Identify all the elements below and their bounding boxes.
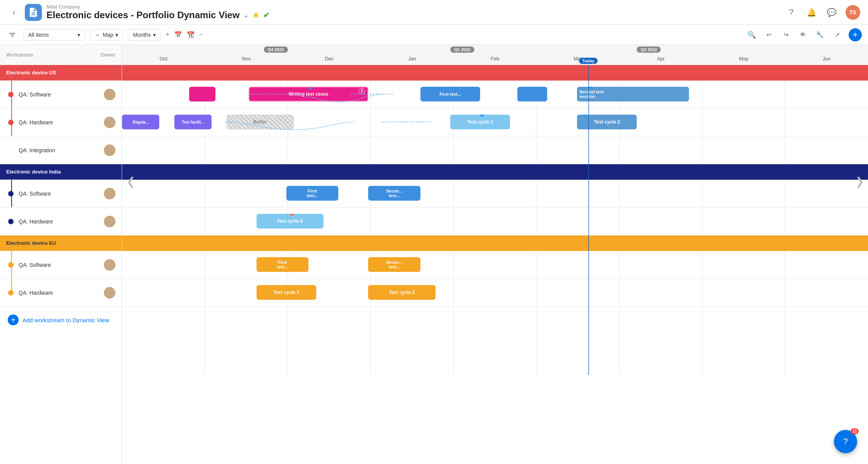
favorite-icon[interactable]: ★ <box>252 10 259 20</box>
status-check-icon: ✔ <box>263 10 270 20</box>
user-avatar[interactable]: TS <box>846 5 860 20</box>
ws-label: QA: Hardware <box>16 290 104 296</box>
task-second-test-session[interactable]: Second test session <box>577 87 689 101</box>
ws-label: QA: Hardware <box>16 218 104 225</box>
quarter-q4-2021: Q4 2021 <box>264 46 288 53</box>
task-bar-pink-oct[interactable] <box>189 87 215 101</box>
connector-svg <box>122 81 868 108</box>
title-dropdown[interactable]: ⌄ <box>243 12 248 19</box>
task-first-test[interactable]: First test... <box>420 87 480 101</box>
ws-us-integration[interactable]: QA: Integration <box>0 136 122 164</box>
help-badge: 12 <box>851 428 859 434</box>
help-icon[interactable]: ? <box>785 6 797 19</box>
gantt-eu-hardware-row: Test cycle 1 Test cycle 2 <box>122 279 868 307</box>
ws-us-software[interactable]: QA: Software <box>0 81 122 108</box>
avatar <box>104 144 115 156</box>
avatar <box>104 89 115 100</box>
avatar <box>104 188 115 199</box>
ws-india-hardware[interactable]: QA: Hardware <box>0 208 122 235</box>
add-date-button[interactable]: + <box>165 31 170 39</box>
avatar <box>104 216 115 227</box>
title-text: Electronic devices - Portfolio Dynamic V… <box>46 10 239 21</box>
back-button[interactable]: ‹ <box>8 6 20 19</box>
nav-arrow-left[interactable]: ❮ <box>124 170 138 193</box>
task-eu-second-test[interactable]: Secon... test... <box>368 257 420 272</box>
minus-button[interactable]: − <box>199 31 203 39</box>
map-dropdown[interactable]: ↔ Map ▾ <box>90 29 123 41</box>
task-eu-test-cycle-2[interactable]: Test cycle 2 <box>368 285 435 300</box>
task-india-test-cycle-2[interactable]: Test cycle 2 <box>257 214 324 229</box>
ws-label: QA: Software <box>16 262 104 268</box>
task-eu-first-test[interactable]: First test... <box>257 257 309 272</box>
left-header: Workstream Owner <box>0 45 122 65</box>
nav-arrow-right[interactable]: ❯ <box>852 170 866 193</box>
filter-button[interactable] <box>6 29 19 41</box>
all-items-label: All items <box>28 32 49 38</box>
main-area: Workstream Owner Electronic device US QA… <box>0 45 868 464</box>
gantt-group-eu <box>122 235 868 251</box>
gantt-us-software-row: Writing test cases 3 First test... Secon… <box>122 81 868 108</box>
task-buffer[interactable]: Buffer <box>227 115 294 129</box>
task-eu-test-cycle-1[interactable]: Test cycle 1 <box>257 285 316 300</box>
ws-label: QA: Integration <box>16 147 104 153</box>
group-us[interactable]: Electronic device US <box>0 65 122 81</box>
ws-dot <box>8 262 14 268</box>
task-dot <box>308 87 312 89</box>
help-button[interactable]: ? 12 <box>834 430 857 453</box>
search-icon[interactable]: 🔍 <box>746 29 757 40</box>
month-nov: Nov <box>205 56 288 65</box>
add-workstream-button[interactable]: + Add workstream to Dynamic View <box>0 307 122 333</box>
avatar <box>104 259 115 271</box>
owner-col-header: Owner <box>92 52 115 58</box>
group-india[interactable]: Electronic device India <box>0 164 122 180</box>
ws-label: QA: Software <box>16 91 104 98</box>
ws-dot <box>8 120 14 125</box>
task-dot <box>394 257 398 259</box>
task-test-cycle-2-us-hw[interactable]: Test cycle 2 <box>577 115 637 129</box>
chat-icon[interactable]: 💬 <box>825 6 838 19</box>
timeline-area: Q4 2021 Q1 2022 Q2 2022 Oct Nov Dec Jan … <box>122 45 868 464</box>
task-writing-test-cases[interactable]: Writing test cases 3 <box>249 87 368 101</box>
group-eu-label: Electronic device EU <box>6 240 56 246</box>
month-dec: Dec <box>288 56 371 65</box>
ws-eu-hardware[interactable]: QA: Hardware <box>0 279 122 307</box>
quarter-q2-2022: Q2 2022 <box>637 46 661 53</box>
undo-icon[interactable]: ↩ <box>763 29 774 40</box>
months-label: Months <box>133 32 151 38</box>
group-us-label: Electronic device US <box>6 70 56 76</box>
redo-icon[interactable]: ↪ <box>780 29 791 40</box>
gantt-eu-software-row: First test... Secon... test... <box>122 251 868 279</box>
calendar-icon[interactable]: 📅 <box>174 31 182 38</box>
task-india-second-test[interactable]: Secon... test... <box>368 186 420 201</box>
task-dot <box>290 214 294 216</box>
months-dropdown[interactable]: Months ▾ <box>128 29 161 41</box>
notification-icon[interactable]: 🔔 <box>805 6 818 19</box>
add-main-button[interactable]: + <box>849 28 862 41</box>
export-icon[interactable]: ↗ <box>832 29 842 40</box>
map-chevron: ▾ <box>115 32 118 38</box>
task-test-cycle-1[interactable]: Test cycle 1 <box>450 115 510 129</box>
task-dot <box>480 115 484 117</box>
task-test-facility[interactable]: Test facilit... <box>174 115 212 129</box>
calendar2-icon[interactable]: 📆 <box>187 31 195 38</box>
gantt-us-hardware-row: Regula... Test facilit... Buffer Test cy… <box>122 108 868 136</box>
ws-label: QA: Hardware <box>16 119 104 125</box>
ws-eu-software[interactable]: QA: Software <box>0 251 122 279</box>
add-workstream-timeline <box>122 307 868 313</box>
ws-dot <box>8 191 14 196</box>
top-nav: ‹ Milat Company Electronic devices - Por… <box>0 0 868 25</box>
task-india-first-test[interactable]: First test... <box>286 186 339 201</box>
task-regulatory[interactable]: Regula... <box>122 115 159 129</box>
task-dot <box>282 257 286 259</box>
map-label: Map <box>103 32 113 38</box>
all-items-dropdown[interactable]: All items ▾ <box>23 29 85 41</box>
group-eu[interactable]: Electronic device EU <box>0 235 122 251</box>
view-icon[interactable]: 👁 <box>797 29 808 40</box>
ws-us-hardware[interactable]: QA: Hardware <box>0 108 122 136</box>
wrench-icon[interactable]: 🔧 <box>815 29 825 40</box>
task-dot <box>402 285 406 287</box>
ws-dot <box>8 92 14 97</box>
ws-india-software[interactable]: QA: Software <box>0 180 122 208</box>
dropdown-chevron: ▾ <box>78 32 80 38</box>
task-blue-feb[interactable] <box>517 87 547 101</box>
